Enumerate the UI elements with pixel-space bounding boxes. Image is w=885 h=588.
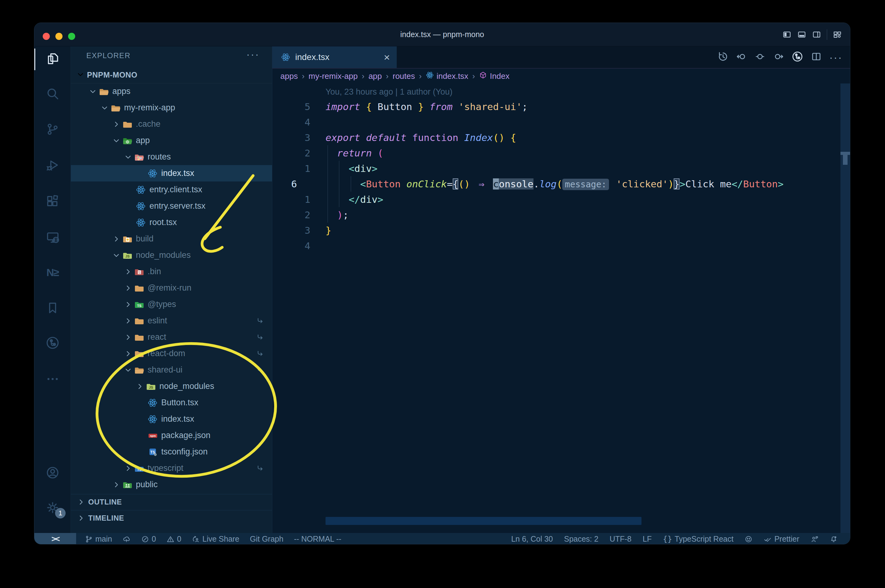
- code-row-line-4[interactable]: 4: [272, 238, 850, 254]
- code-row-line-3[interactable]: 3}: [272, 223, 850, 238]
- code-row-line-5[interactable]: 5import { Button } from 'shared-ui';: [272, 99, 850, 114]
- status-item-publish-sync[interactable]: [122, 535, 131, 543]
- code-row-line-1[interactable]: 1 <div>: [272, 161, 850, 176]
- breadcrumb-item-index-tsx[interactable]: index.tsx: [426, 71, 468, 81]
- status-item-indentation[interactable]: Spaces: 2: [564, 534, 599, 543]
- tree-item-shared-ui[interactable]: shared-ui: [71, 362, 272, 378]
- horizontal-scrollbar[interactable]: [325, 517, 641, 525]
- status-item-live-share[interactable]: Live Share: [192, 534, 239, 543]
- tree-item-eslint[interactable]: eslint: [71, 312, 272, 329]
- activity-item-git-graph[interactable]: [35, 330, 71, 357]
- activity-item-extensions[interactable]: [35, 188, 71, 216]
- activity-item-nx-console[interactable]: N≥: [35, 258, 71, 286]
- tree-item-tsconfig-json[interactable]: TStsconfig.json: [71, 444, 272, 460]
- tree-item-routes[interactable]: routes: [71, 149, 272, 165]
- code-token: ): [668, 178, 674, 189]
- navigate-current-button[interactable]: [754, 51, 766, 63]
- breadcrumb-item-index[interactable]: Index: [479, 71, 510, 81]
- more-actions-button[interactable]: ···: [829, 51, 843, 63]
- editor-actions: ···: [717, 46, 843, 68]
- status-item-git-graph-status[interactable]: Git Graph: [250, 534, 283, 543]
- tree-item--cache[interactable]: .cache: [71, 116, 272, 132]
- code-token: 'clicked': [616, 178, 668, 189]
- file-tree: apps my-remix-app.cache app routesindex.…: [71, 83, 272, 493]
- status-item-prettier[interactable]: Prettier: [764, 534, 799, 543]
- breadcrumb-item-routes[interactable]: routes: [393, 71, 415, 81]
- breadcrumb-item-my-remix-app[interactable]: my-remix-app: [309, 71, 358, 81]
- remote-indicator[interactable]: ><: [35, 533, 76, 544]
- outline-section-header[interactable]: OUTLINE: [71, 494, 272, 510]
- tree-item-apps[interactable]: apps: [71, 83, 272, 99]
- activity-item-search[interactable]: [35, 80, 71, 108]
- folder-types-icon: TS: [134, 300, 148, 309]
- toggle-secondary-sidebar-icon[interactable]: [812, 30, 821, 39]
- tree-item-react[interactable]: react: [71, 329, 272, 345]
- code-row-line-2[interactable]: 2 );: [272, 207, 850, 223]
- tree-item-index-tsx[interactable]: index.tsx: [71, 411, 272, 427]
- tab-close-icon[interactable]: ×: [384, 52, 390, 63]
- status-item-warnings[interactable]: 0: [167, 534, 181, 543]
- tree-item-entry-client-tsx[interactable]: entry.client.tsx: [71, 182, 272, 198]
- code-row-line-2[interactable]: 2 return (: [272, 145, 850, 161]
- tree-item--bin[interactable]: 0110.bin: [71, 263, 272, 280]
- status-item-eol[interactable]: LF: [643, 534, 652, 543]
- tree-item-root-tsx[interactable]: root.tsx: [71, 214, 272, 231]
- status-item-language-mode[interactable]: {}TypeScript React: [663, 534, 733, 543]
- toggle-primary-sidebar-icon[interactable]: [782, 30, 792, 39]
- code-row-line-6-current[interactable]: 6 <Button onClick={() ⇒ console.log(mess…: [272, 176, 850, 192]
- status-item-vim-mode[interactable]: -- NORMAL --: [294, 534, 341, 543]
- status-item-live-share-contact[interactable]: [810, 535, 819, 543]
- activity-item-bookmarks[interactable]: [35, 295, 71, 322]
- code-row-line-3[interactable]: 3export default function Index() {: [272, 130, 850, 145]
- tree-item-app[interactable]: app: [71, 132, 272, 149]
- tree-item--remix-run[interactable]: @remix-run: [71, 280, 272, 296]
- workspace-root-row[interactable]: PNPM-MONO: [71, 67, 272, 84]
- customize-layout-icon[interactable]: [833, 30, 842, 39]
- split-editor-button[interactable]: [811, 51, 822, 63]
- code-row-line-4[interactable]: 4: [272, 114, 850, 130]
- tree-item-react-dom[interactable]: react-dom: [71, 345, 272, 362]
- tree-item-my-remix-app[interactable]: my-remix-app: [71, 99, 272, 116]
- tree-item-public[interactable]: public: [71, 476, 272, 493]
- activity-item-source-control[interactable]: [35, 116, 71, 144]
- tree-item-typescript[interactable]: TStypescript: [71, 460, 272, 476]
- activity-item-remote-explorer[interactable]: [35, 224, 71, 252]
- tsconfig-icon: TS: [148, 448, 161, 456]
- timeline-section-header[interactable]: TIMELINE: [71, 510, 272, 526]
- timeline-history-button[interactable]: [717, 51, 728, 63]
- tree-item-entry-server-tsx[interactable]: entry.server.tsx: [71, 198, 272, 214]
- status-item-feedback-smiley[interactable]: [745, 535, 753, 543]
- vertical-scrollbar[interactable]: [840, 84, 850, 533]
- status-item-cursor-position[interactable]: Ln 6, Col 30: [511, 534, 553, 543]
- code-token: from: [424, 101, 458, 112]
- gitlens-blame-row[interactable]: You, 23 hours ago | 1 author (You): [272, 84, 850, 99]
- breadcrumb-item-app[interactable]: app: [369, 71, 382, 81]
- status-item-notifications[interactable]: [829, 535, 838, 543]
- navigate-back-button[interactable]: [736, 51, 747, 63]
- tree-item-package-json[interactable]: npmpackage.json: [71, 427, 272, 444]
- git-graph-view-button[interactable]: [792, 51, 803, 64]
- activity-item-settings[interactable]: 1: [35, 494, 71, 522]
- activity-item-run-and-debug[interactable]: [35, 152, 71, 180]
- status-item-errors[interactable]: 0: [141, 534, 156, 543]
- code-editor[interactable]: You, 23 hours ago | 1 author (You)5impor…: [272, 84, 850, 533]
- breadcrumb-item-apps[interactable]: apps: [280, 71, 298, 81]
- status-item-encoding[interactable]: UTF-8: [610, 534, 632, 543]
- navigate-forward-button[interactable]: [773, 51, 784, 63]
- toggle-panel-icon[interactable]: [797, 30, 807, 39]
- activity-item-accounts[interactable]: [35, 459, 71, 487]
- tree-item-build[interactable]: build: [71, 231, 272, 247]
- tree-item-index-tsx[interactable]: index.tsx: [71, 165, 272, 182]
- explorer-more-actions-button[interactable]: ···: [246, 48, 260, 60]
- tab-index-tsx[interactable]: index.tsx ×: [272, 46, 397, 68]
- status-item-git-branch[interactable]: main: [85, 534, 112, 543]
- tree-item-button-tsx[interactable]: Button.tsx: [71, 394, 272, 411]
- tree-item-node-modules[interactable]: JSnode_modules: [71, 378, 272, 394]
- activity-item-additional-views[interactable]: [35, 366, 71, 393]
- code-row-line-1[interactable]: 1 </div>: [272, 192, 850, 207]
- tree-item-node-modules[interactable]: JSnode_modules: [71, 247, 272, 263]
- activity-item-explorer[interactable]: [35, 45, 71, 73]
- tree-item--types[interactable]: TS@types: [71, 296, 272, 312]
- breadcrumb-separator: ›: [472, 71, 475, 81]
- breadcrumb-label: app: [369, 71, 382, 81]
